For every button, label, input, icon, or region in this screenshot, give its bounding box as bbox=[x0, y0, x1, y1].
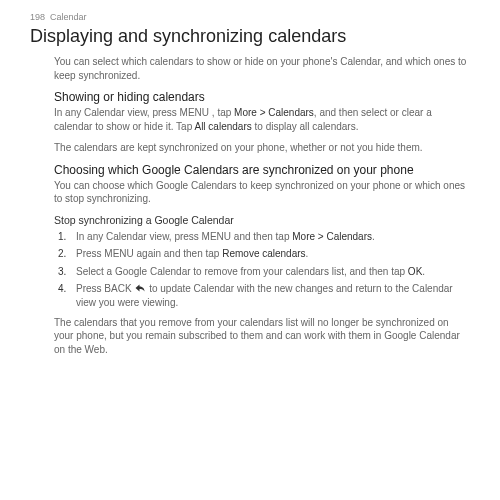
step-number: 2. bbox=[58, 247, 66, 261]
section1-p1: In any Calendar view, press MENU , tap M… bbox=[54, 106, 470, 133]
list-item: 1. In any Calendar view, press MENU and … bbox=[54, 230, 470, 244]
ui-label: Remove calendars bbox=[222, 248, 305, 259]
step-number: 1. bbox=[58, 230, 66, 244]
intro-paragraph: You can select which calendars to show o… bbox=[54, 55, 470, 82]
text: In any Calendar view, press MENU , tap bbox=[54, 107, 234, 118]
text: Select a Google Calendar to remove from … bbox=[76, 266, 408, 277]
subheading-stop-sync: Stop synchronizing a Google Calendar bbox=[54, 214, 470, 226]
heading-choosing-google: Choosing which Google Calendars are sync… bbox=[54, 163, 470, 177]
ui-path: More > Calendars bbox=[292, 231, 372, 242]
ui-path: More > Calendars bbox=[234, 107, 314, 118]
body: You can select which calendars to show o… bbox=[54, 55, 470, 356]
page-title: Displaying and synchronizing calendars bbox=[30, 26, 470, 47]
text: Press MENU again and then tap bbox=[76, 248, 222, 259]
text: Press BACK bbox=[76, 283, 134, 294]
page-header: 198 Calendar bbox=[30, 12, 470, 22]
closing-paragraph: The calendars that you remove from your … bbox=[54, 316, 470, 357]
text: . bbox=[306, 248, 309, 259]
heading-showing-hiding: Showing or hiding calendars bbox=[54, 90, 470, 104]
section-name: Calendar bbox=[50, 12, 87, 22]
step-number: 3. bbox=[58, 265, 66, 279]
text: to display all calendars. bbox=[252, 121, 359, 132]
step-number: 4. bbox=[58, 282, 66, 296]
ui-label: OK bbox=[408, 266, 422, 277]
back-icon bbox=[134, 283, 146, 297]
page-number: 198 bbox=[30, 12, 45, 22]
steps-list: 1. In any Calendar view, press MENU and … bbox=[54, 230, 470, 310]
text: . bbox=[372, 231, 375, 242]
ui-label: All calendars bbox=[194, 121, 251, 132]
list-item: 2. Press MENU again and then tap Remove … bbox=[54, 247, 470, 261]
list-item: 3. Select a Google Calendar to remove fr… bbox=[54, 265, 470, 279]
list-item: 4. Press BACK to update Calendar with th… bbox=[54, 282, 470, 310]
text: In any Calendar view, press MENU and the… bbox=[76, 231, 292, 242]
section2-p1: You can choose which Google Calendars to… bbox=[54, 179, 470, 206]
document-page: 198 Calendar Displaying and synchronizin… bbox=[0, 0, 500, 380]
text: . bbox=[422, 266, 425, 277]
section1-p2: The calendars are kept synchronized on y… bbox=[54, 141, 470, 155]
